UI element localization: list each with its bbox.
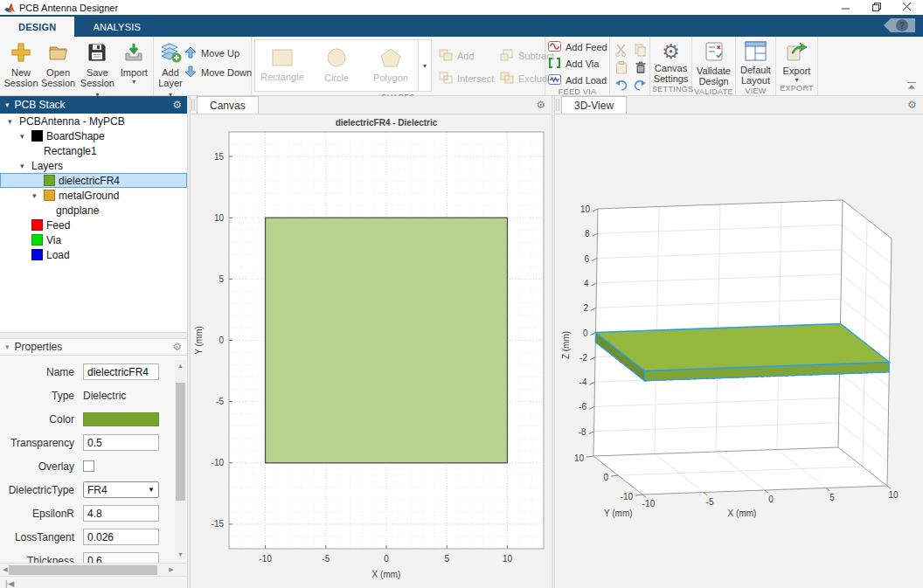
add-feed-button[interactable]: Add Feed — [548, 41, 607, 53]
collapse-ribbon-button[interactable] — [906, 80, 917, 93]
rectangle-shape-button[interactable]: Rectangle — [255, 40, 309, 91]
cut-button[interactable] — [614, 44, 628, 59]
canvas-plot[interactable]: -10-50510-15-10-5051015dielectricFR4 - D… — [191, 114, 552, 588]
overlay-checkbox[interactable] — [83, 460, 94, 472]
move-up-button[interactable]: Move Up — [184, 46, 252, 60]
transparency-field[interactable] — [83, 434, 159, 451]
expander-icon[interactable]: ▾ — [20, 132, 31, 141]
tab-analysis[interactable]: ANALYSIS — [74, 17, 159, 37]
undo-button[interactable] — [614, 80, 628, 93]
tree-item-boardshape[interactable]: ▾BoardShape — [0, 128, 187, 143]
dielectrictype-select[interactable]: FR4▼ — [83, 481, 159, 498]
property-label: LossTangent — [0, 531, 83, 543]
pcb-stack-header[interactable]: ▾ PCB Stack ⚙ — [0, 96, 187, 114]
horizontal-scrollbar[interactable]: ◀ ▶ — [0, 563, 187, 576]
dielectric-shape[interactable] — [266, 218, 508, 463]
select-value: FR4 — [87, 484, 148, 496]
export-button[interactable]: Export ▾ — [781, 39, 813, 83]
tab-3d-view[interactable]: 3D-View — [561, 96, 627, 114]
properties-gear-icon[interactable]: ⚙ — [172, 341, 182, 353]
move-down-button[interactable]: Move Down — [184, 66, 252, 80]
tree-item-gndplane[interactable]: gndplane — [0, 203, 187, 218]
tab-design[interactable]: DESIGN — [0, 17, 74, 37]
copy-button[interactable] — [635, 44, 647, 59]
collapse-panel-icon[interactable]: ▾ — [5, 100, 10, 109]
tree-item-dielectricfr4[interactable]: dielectricFR4 — [0, 173, 187, 188]
redo-button[interactable] — [634, 80, 647, 93]
pcb-stack-title: PCB Stack — [15, 99, 173, 111]
validate-design-button[interactable]: Validate Design — [695, 39, 732, 86]
dielectric-slab-top-face[interactable] — [596, 324, 890, 371]
boolean-add-button[interactable]: Add — [439, 49, 500, 63]
new-session-button[interactable]: New Session — [3, 39, 39, 88]
add-load-button[interactable]: Add Load — [548, 74, 607, 86]
properties-header[interactable]: ▾ Properties ⚙ — [0, 339, 187, 356]
minimize-button[interactable] — [841, 2, 851, 12]
delete-button[interactable] — [635, 61, 647, 77]
collapse-properties-icon[interactable]: ▾ — [5, 342, 10, 351]
drag-handle[interactable] — [191, 99, 195, 111]
vertical-scroll-thumb[interactable] — [176, 383, 185, 501]
losstangent-field[interactable] — [83, 529, 159, 545]
canvas-gear-icon[interactable]: ⚙ — [536, 99, 545, 111]
save-session-button[interactable]: Save Session ▾ — [77, 39, 118, 99]
close-button[interactable] — [902, 2, 913, 12]
color-swatch-button[interactable] — [83, 412, 159, 426]
collapse-sidebar-icon[interactable]: ◀ — [8, 579, 14, 588]
shapes-gallery-dropdown[interactable]: ▾ — [418, 40, 431, 91]
import-button[interactable]: Import ▾ — [118, 39, 150, 85]
expander-icon[interactable]: ▾ — [20, 162, 31, 170]
help-button[interactable]: ? — [883, 17, 916, 33]
expander-icon[interactable]: ▾ — [32, 191, 44, 200]
left-panel: ▾ PCB Stack ⚙ ▾PCBAntenna - MyPCB▾BoardS… — [0, 96, 187, 588]
name-field[interactable] — [83, 363, 159, 380]
add-via-button[interactable]: Add Via — [548, 58, 607, 70]
view3d-gear-icon[interactable]: ⚙ — [907, 99, 917, 111]
boolean-intersect-button[interactable]: Intersect — [439, 72, 500, 86]
add-load-icon — [548, 74, 561, 86]
tree-item-via[interactable]: Via — [0, 232, 187, 247]
tree-item-label: Rectangle1 — [44, 145, 97, 157]
circle-shape-button[interactable]: Circle — [309, 40, 364, 91]
canvas-tab-bar: Canvas ⚙ — [191, 96, 552, 114]
tree-item-feed[interactable]: Feed — [0, 218, 187, 232]
svg-text:10: 10 — [214, 213, 225, 223]
canvas-settings-button[interactable]: ⚙ Canvas Settings — [652, 39, 691, 84]
default-layout-button[interactable]: Default Layout — [739, 39, 773, 86]
plot-3d-svg[interactable]: 1086420-2-4-6-8100-10-10-50510Z (mm)Y (m… — [555, 190, 923, 565]
open-session-button[interactable]: Open Session — [39, 39, 77, 88]
tree-item-metalground[interactable]: ▾metalGround — [0, 188, 187, 203]
tree-item-rectangle1[interactable]: Rectangle1 — [0, 143, 187, 158]
restore-button[interactable] — [871, 2, 882, 12]
canvas-plot-svg[interactable]: -10-50510-15-10-5051015dielectricFR4 - D… — [191, 114, 552, 588]
plot-3d[interactable]: 1086420-2-4-6-8100-10-10-50510Z (mm)Y (m… — [555, 190, 923, 568]
expander-icon[interactable]: ▾ — [8, 117, 19, 126]
horizontal-scroll-thumb[interactable] — [9, 565, 157, 575]
validate-design-icon — [704, 41, 725, 65]
tab-canvas[interactable]: Canvas — [197, 96, 259, 114]
svg-text:15: 15 — [214, 152, 225, 162]
vertical-scrollbar[interactable]: ▲ ▼ — [175, 360, 186, 559]
add-layer-button[interactable]: Add Layer ▾ — [156, 39, 184, 99]
scroll-up-icon[interactable]: ▲ — [175, 360, 186, 370]
tab-canvas-label: Canvas — [210, 100, 246, 112]
tree-item-load[interactable]: Load — [0, 247, 187, 262]
zlabel: Z (mm) — [561, 331, 571, 359]
shapes-gallery: Rectangle Circle Polygon ▾ — [254, 39, 432, 92]
tab-3d-view-label: 3D-View — [574, 100, 614, 112]
panel-splitter[interactable] — [0, 332, 187, 339]
scroll-right-icon[interactable]: ▶ — [166, 566, 177, 573]
polygon-label: Polygon — [373, 73, 408, 83]
thickness-field[interactable] — [83, 552, 159, 563]
scroll-down-icon[interactable]: ▼ — [175, 549, 186, 559]
epsilonr-field[interactable] — [83, 505, 159, 522]
tree-item-layers[interactable]: ▾Layers — [0, 158, 187, 173]
paste-button[interactable] — [615, 61, 628, 77]
xlabel: X (mm) — [728, 508, 757, 518]
move-up-icon — [184, 46, 197, 60]
boolean-intersect-icon — [439, 72, 453, 86]
drag-handle[interactable] — [556, 99, 559, 111]
polygon-shape-button[interactable]: Polygon — [364, 40, 418, 91]
pcb-stack-gear-icon[interactable]: ⚙ — [172, 99, 182, 111]
tree-item-pcbantenna-mypcb[interactable]: ▾PCBAntenna - MyPCB — [0, 114, 187, 128]
